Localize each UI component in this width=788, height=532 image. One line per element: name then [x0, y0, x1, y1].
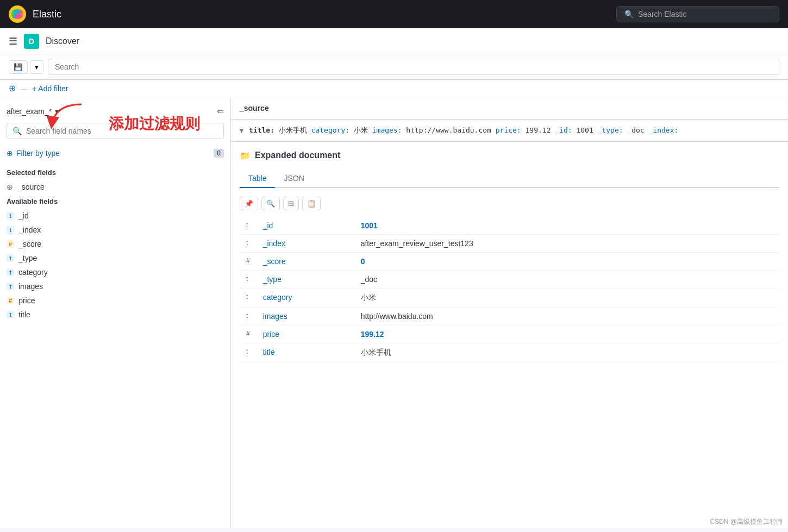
- index-pattern-dropdown[interactable]: after_exam_* ▾: [7, 107, 59, 116]
- row-value: 0: [354, 252, 779, 270]
- available-fields-list: t_idt_index#_scoret_typetcategorytimages…: [0, 209, 230, 322]
- pin-action-button[interactable]: 📌: [240, 197, 258, 210]
- available-field-item[interactable]: t_index: [0, 223, 230, 237]
- second-navigation: ☰ D Discover: [0, 28, 788, 54]
- tab-table[interactable]: Table: [240, 170, 275, 188]
- field-search-input[interactable]: [26, 127, 218, 135]
- row-value: 小米手机: [354, 343, 779, 362]
- available-field-item[interactable]: ttitle: [0, 308, 230, 322]
- selected-field-name: _source: [17, 183, 45, 191]
- field-type-badge: #: [7, 297, 14, 304]
- hamburger-menu-button[interactable]: ☰: [9, 35, 17, 47]
- filter-row: ⊕ — + Add filter 添加过滤规则: [0, 80, 788, 97]
- filter-by-type-label: Filter by type: [16, 149, 60, 158]
- copy-action-button[interactable]: 📋: [302, 197, 321, 210]
- row-key: _type: [257, 270, 354, 288]
- field-name-label: _index: [18, 226, 41, 234]
- columns-action-button[interactable]: ⊞: [283, 197, 299, 210]
- field-search-container: 🔍: [7, 123, 224, 139]
- watermark: CSDN @高级摸鱼工程师: [710, 517, 783, 527]
- index-pattern-label: after_exam_*: [7, 107, 52, 116]
- filter-in-action-button[interactable]: 🔍: [261, 197, 280, 210]
- row-value: _doc: [354, 270, 779, 288]
- row-type: t: [240, 217, 257, 235]
- save-button[interactable]: 💾: [9, 60, 28, 74]
- row-type: t: [240, 288, 257, 307]
- row-key: images: [257, 307, 354, 325]
- global-search-label: Search Elastic: [638, 10, 686, 18]
- table-row: timageshttp://www.baidu.com: [240, 307, 779, 325]
- available-field-item[interactable]: #price: [0, 293, 230, 308]
- result-val-id: 1001: [576, 126, 597, 134]
- collapse-sidebar-button[interactable]: ⇐: [217, 106, 224, 116]
- table-actions: 📌 🔍 ⊞ 📋: [240, 197, 779, 210]
- table-row: t_type_doc: [240, 270, 779, 288]
- field-type-badge: t: [7, 311, 14, 318]
- expand-row-button[interactable]: ▾: [240, 126, 243, 135]
- row-key: _index: [257, 234, 354, 252]
- result-row: ▾ title: 小米手机 category: 小米 images: http:…: [231, 120, 788, 142]
- result-val-price: 199.12: [526, 126, 555, 134]
- search-bar-row: 💾 ▾: [0, 54, 788, 80]
- table-row: ttitle小米手机: [240, 343, 779, 362]
- field-type-badge: t: [7, 226, 14, 234]
- available-field-item[interactable]: timages: [0, 279, 230, 293]
- result-key-category: category:: [311, 126, 349, 134]
- result-key-title: title:: [249, 126, 274, 134]
- field-type-badge: t: [7, 254, 14, 262]
- row-type: #: [240, 252, 257, 270]
- available-field-item[interactable]: #_score: [0, 237, 230, 251]
- filter-by-type-button[interactable]: ⊕ Filter by type: [7, 149, 60, 158]
- expanded-doc-header: 📁 Expanded document: [240, 151, 779, 161]
- app-title: Elastic: [33, 9, 61, 20]
- row-value: after_exam_review_user_test123: [354, 234, 779, 252]
- field-type-badge: t: [7, 283, 14, 290]
- expanded-document: 📁 Expanded document Table JSON 📌 🔍 ⊞ 📋 t…: [231, 142, 788, 371]
- selected-field-source[interactable]: ⊕ _source: [0, 180, 230, 194]
- field-type-badge: #: [7, 240, 14, 248]
- svg-point-3: [11, 10, 17, 18]
- row-type: t: [240, 234, 257, 252]
- app-badge: D: [24, 34, 39, 49]
- available-field-item[interactable]: t_id: [0, 209, 230, 223]
- available-field-item[interactable]: tcategory: [0, 265, 230, 279]
- elastic-logo-icon: [9, 5, 26, 23]
- available-field-item[interactable]: t_type: [0, 251, 230, 265]
- field-name-label: _score: [18, 240, 41, 248]
- doc-tabs: Table JSON: [240, 170, 779, 188]
- result-key-price: price:: [496, 126, 521, 134]
- row-value: 199.12: [354, 325, 779, 343]
- svg-point-4: [18, 10, 23, 18]
- chevron-down-icon: ▾: [55, 107, 59, 116]
- page-title: Discover: [46, 36, 79, 46]
- filter-icon-button[interactable]: ⊕: [9, 83, 16, 93]
- field-search-icon: 🔍: [12, 127, 22, 135]
- table-row: tcategory小米: [240, 288, 779, 307]
- filter-by-type-row: ⊕ Filter by type 0: [0, 146, 230, 161]
- sidebar-header: after_exam_* ▾ ⇐: [0, 106, 230, 123]
- expanded-doc-title: Expanded document: [255, 151, 340, 160]
- search-input[interactable]: [48, 59, 779, 75]
- filter-count-badge: 0: [214, 149, 224, 158]
- field-name-label: images: [18, 282, 43, 291]
- main-content: after_exam_* ▾ ⇐ 🔍 ⊕ Filter by type 0 Se…: [0, 97, 788, 528]
- row-type: t: [240, 307, 257, 325]
- row-type: t: [240, 270, 257, 288]
- table-row: #price199.12: [240, 325, 779, 343]
- row-key: _id: [257, 217, 354, 235]
- row-key: _score: [257, 252, 354, 270]
- save-dropdown-button[interactable]: ▾: [30, 60, 43, 74]
- field-name-label: _type: [18, 254, 37, 262]
- result-text: title: 小米手机 category: 小米 images: http://…: [249, 125, 779, 136]
- global-search[interactable]: 🔍 Search Elastic: [616, 6, 779, 22]
- field-name-label: category: [18, 268, 48, 277]
- row-type: #: [240, 325, 257, 343]
- sidebar: after_exam_* ▾ ⇐ 🔍 ⊕ Filter by type 0 Se…: [0, 97, 231, 528]
- add-filter-button[interactable]: + Add filter: [32, 84, 68, 93]
- filter-divider: —: [20, 84, 28, 93]
- tab-json[interactable]: JSON: [275, 170, 312, 188]
- row-key: price: [257, 325, 354, 343]
- document-table: t_id1001t_indexafter_exam_review_user_te…: [240, 217, 779, 362]
- result-key-id: _id:: [555, 126, 572, 134]
- result-val-title: 小米手机: [279, 126, 311, 134]
